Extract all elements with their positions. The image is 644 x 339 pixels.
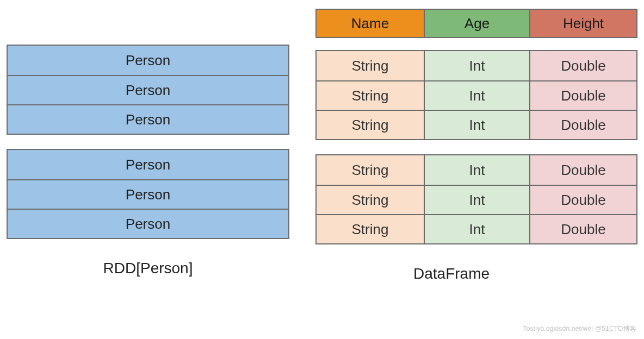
rdd-row: Person [8,150,288,179]
cell-string: String [317,111,424,139]
dataframe-row: String Int Double [317,155,636,185]
rdd-column: Person Person Person Person Person Perso… [7,9,289,336]
cell-int: Int [424,81,529,110]
cell-string: String [317,51,424,80]
cell-int: Int [424,215,529,243]
cell-string: String [317,155,424,185]
dataframe-column: Name Age Height String Int Double String… [315,9,637,336]
header-height: Height [529,10,636,37]
cell-double: Double [529,81,636,110]
dataframe-row: String Int Double [317,110,636,139]
dataframe-block-1: String Int Double String Int Double Stri… [315,50,637,140]
diagram-root: Person Person Person Person Person Perso… [0,0,644,339]
dataframe-row: String Int Double [317,80,636,110]
rdd-caption: RDD[Person] [7,260,289,277]
cell-int: Int [424,51,529,80]
rdd-block-1: Person Person Person [7,45,289,135]
rdd-row: Person [8,179,288,209]
header-name: Name [317,10,424,37]
dataframe-header: Name Age Height [315,9,637,38]
rdd-cell-label: Person [126,52,170,69]
dataframe-row: String Int Double [317,185,636,214]
cell-int: Int [424,111,529,139]
cell-double: Double [529,186,636,214]
header-age: Age [424,10,529,37]
cell-string: String [317,215,424,243]
rdd-row: Person [8,209,288,238]
rdd-cell-label: Person [126,82,170,99]
cell-int: Int [424,186,529,214]
rdd-row: Person [8,46,288,75]
rdd-cell-label: Person [126,111,170,128]
rdd-cell-label: Person [126,216,170,233]
dataframe-block-2: String Int Double String Int Double Stri… [315,154,637,244]
rdd-block-2: Person Person Person [7,149,289,239]
cell-double: Double [529,215,636,243]
dataframe-caption: DataFrame [337,265,637,282]
rdd-cell-label: Person [126,156,170,173]
dataframe-row: String Int Double [317,51,636,80]
cell-double: Double [529,51,636,80]
watermark-text: Tostiyo.ogiosdn.net/wei @51CTO博客 [523,324,636,334]
rdd-row: Person [8,75,288,104]
dataframe-row: String Int Double [317,214,636,243]
cell-int: Int [424,155,529,185]
rdd-cell-label: Person [126,186,170,203]
cell-double: Double [529,155,636,185]
cell-string: String [317,81,424,110]
rdd-header-spacer [7,9,289,45]
cell-double: Double [529,111,636,139]
rdd-row: Person [8,104,288,134]
cell-string: String [317,186,424,214]
